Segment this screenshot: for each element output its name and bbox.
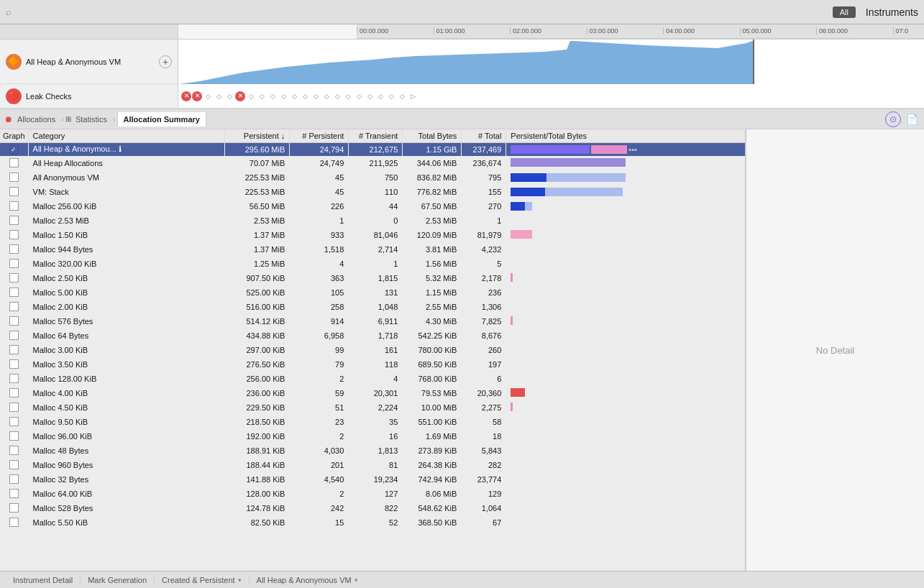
num-persistent-cell: 933 bbox=[290, 228, 349, 242]
graph-cell[interactable] bbox=[0, 242, 28, 257]
tab-icon-circle[interactable]: ⊙ bbox=[885, 111, 901, 127]
graph-cell[interactable] bbox=[0, 472, 28, 487]
graph-cell[interactable] bbox=[0, 156, 28, 170]
statistics-tab[interactable]: Statistics bbox=[71, 112, 111, 127]
graph-cell[interactable] bbox=[0, 386, 28, 400]
total-bytes-cell: 120.09 MiB bbox=[403, 228, 462, 242]
category-cell: Malloc 48 Bytes bbox=[28, 444, 225, 458]
bar-cell bbox=[506, 487, 745, 501]
all-button[interactable]: All bbox=[833, 6, 856, 18]
table-row[interactable]: All Heap Allocations70.07 MiB24,749211,9… bbox=[0, 156, 745, 170]
heap-chart-area[interactable] bbox=[178, 40, 924, 84]
graph-cell[interactable] bbox=[0, 185, 28, 199]
graph-cell[interactable] bbox=[0, 444, 28, 458]
graph-cell[interactable] bbox=[0, 257, 28, 271]
table-row[interactable]: Malloc 64.00 KiB128.00 KiB21278.06 MiB12… bbox=[0, 487, 745, 501]
col-bar-header[interactable]: Persistent/Total Bytes bbox=[506, 129, 745, 143]
table-row[interactable]: Malloc 3.00 KiB297.00 KiB99161780.00 KiB… bbox=[0, 343, 745, 357]
table-row[interactable]: Malloc 48 Bytes188.91 KiB4,0301,813273.8… bbox=[0, 444, 745, 458]
table-row[interactable]: Malloc 944 Bytes1.37 MiB1,5182,7143.81 M… bbox=[0, 242, 745, 257]
persistent-cell: 225.53 MiB bbox=[225, 185, 290, 199]
table-row[interactable]: Malloc 256.00 KiB56.50 MiB2264467.50 MiB… bbox=[0, 199, 745, 213]
no-detail-label: No Detail bbox=[816, 345, 854, 356]
col-transient-header[interactable]: # Transient bbox=[349, 129, 403, 143]
graph-cell[interactable] bbox=[0, 372, 28, 386]
leak-track-label: 🔴 Leak Checks bbox=[0, 84, 178, 108]
data-table[interactable]: Graph Category Persistent ↓ # Persistent… bbox=[0, 129, 745, 571]
graph-cell[interactable] bbox=[0, 458, 28, 472]
total-cell: 1 bbox=[462, 213, 506, 228]
graph-cell[interactable] bbox=[0, 400, 28, 415]
num-persistent-cell: 2 bbox=[290, 372, 349, 386]
timeline-ruler: 00:00.000 01:00.000 02:00.000 03:00.000 … bbox=[357, 24, 924, 39]
table-row[interactable]: Malloc 576 Bytes514.12 KiB9146,9114.30 M… bbox=[0, 314, 745, 329]
table-row[interactable]: Malloc 528 Bytes124.78 KiB242822548.62 K… bbox=[0, 501, 745, 515]
status-instrument-detail[interactable]: Instrument Detail bbox=[6, 576, 81, 584]
graph-cell[interactable] bbox=[0, 357, 28, 372]
graph-cell[interactable] bbox=[0, 515, 28, 530]
add-track-button[interactable]: + bbox=[159, 55, 172, 68]
col-persistent-header[interactable]: Persistent ↓ bbox=[225, 129, 290, 143]
graph-cell[interactable] bbox=[0, 314, 28, 329]
table-row[interactable]: Malloc 2.50 KiB907.50 KiB3631,8155.32 Mi… bbox=[0, 271, 745, 285]
table-row[interactable]: Malloc 2.00 KiB516.00 KiB2581,0482.55 Mi… bbox=[0, 300, 745, 314]
num-persistent-cell: 23 bbox=[290, 415, 349, 429]
col-num-persistent-header[interactable]: # Persistent bbox=[290, 129, 349, 143]
graph-cell[interactable] bbox=[0, 285, 28, 300]
total-bytes-cell: 2.53 MiB bbox=[403, 213, 462, 228]
table-row[interactable]: Malloc 9.50 KiB218.50 KiB2335551.00 KiB5… bbox=[0, 415, 745, 429]
transient-cell: 127 bbox=[349, 487, 403, 501]
bar-cell bbox=[506, 285, 745, 300]
table-row[interactable]: Malloc 64 Bytes434.88 KiB6,9581,718542.2… bbox=[0, 329, 745, 343]
timeline-area: 00:00.000 01:00.000 02:00.000 03:00.000 … bbox=[0, 24, 924, 109]
graph-cell[interactable] bbox=[0, 329, 28, 343]
category-cell: All Anonymous VM bbox=[28, 170, 225, 185]
table-row[interactable]: VM: Stack225.53 MiB45110776.82 MiB155 bbox=[0, 185, 745, 199]
graph-cell[interactable] bbox=[0, 271, 28, 285]
status-mark-generation[interactable]: Mark Generation bbox=[81, 576, 155, 584]
table-row[interactable]: Malloc 3.50 KiB276.50 KiB79118689.50 KiB… bbox=[0, 357, 745, 372]
total-cell: 4,232 bbox=[462, 242, 506, 257]
table-row[interactable]: Malloc 4.00 KiB236.00 KiB5920,30179.53 M… bbox=[0, 386, 745, 400]
table-row[interactable]: Malloc 5.00 KiB525.00 KiB1051311.15 MiB2… bbox=[0, 285, 745, 300]
graph-cell[interactable] bbox=[0, 487, 28, 501]
graph-cell[interactable] bbox=[0, 228, 28, 242]
graph-cell[interactable] bbox=[0, 170, 28, 185]
graph-cell[interactable] bbox=[0, 415, 28, 429]
persistent-cell: 525.00 KiB bbox=[225, 285, 290, 300]
leak-arrow-3: ◇ bbox=[224, 91, 234, 101]
allocations-tab[interactable]: Allocations bbox=[13, 112, 60, 127]
table-row[interactable]: ✓All Heap & Anonymou... ℹ295.60 MiB24,79… bbox=[0, 143, 745, 157]
bar-cell bbox=[506, 429, 745, 444]
graph-cell[interactable]: ✓ bbox=[0, 143, 28, 157]
graph-cell[interactable] bbox=[0, 199, 28, 213]
allocation-summary-tab[interactable]: Allocation Summary bbox=[117, 112, 206, 127]
graph-cell[interactable] bbox=[0, 343, 28, 357]
table-row[interactable]: Malloc 128.00 KiB256.00 KiB24768.00 KiB6 bbox=[0, 372, 745, 386]
col-graph-header[interactable]: Graph bbox=[0, 129, 28, 143]
col-total-bytes-header[interactable]: Total Bytes bbox=[403, 129, 462, 143]
graph-cell[interactable] bbox=[0, 300, 28, 314]
tab-icon-doc[interactable]: 📄 bbox=[904, 111, 920, 127]
track-filter-input[interactable] bbox=[16, 8, 828, 17]
table-row[interactable]: Malloc 960 Bytes188.44 KiB20181264.38 Ki… bbox=[0, 458, 745, 472]
total-bytes-cell: 368.50 KiB bbox=[403, 515, 462, 530]
table-row[interactable]: Malloc 4.50 KiB229.50 KiB512,22410.00 Mi… bbox=[0, 400, 745, 415]
leak-arrow-14: ◇ bbox=[354, 91, 364, 101]
persistent-cell: 256.00 KiB bbox=[225, 372, 290, 386]
graph-cell[interactable] bbox=[0, 429, 28, 444]
col-total-header[interactable]: # Total bbox=[462, 129, 506, 143]
graph-cell[interactable] bbox=[0, 213, 28, 228]
table-row[interactable]: Malloc 2.53 MiB2.53 MiB102.53 MiB1 bbox=[0, 213, 745, 228]
table-row[interactable]: Malloc 96.00 KiB192.00 KiB2161.69 MiB18 bbox=[0, 429, 745, 444]
status-heap-anon[interactable]: All Heap & Anonymous VM ▾ bbox=[250, 576, 365, 584]
status-created-persistent[interactable]: Created & Persistent ▾ bbox=[155, 576, 250, 584]
num-persistent-cell: 258 bbox=[290, 300, 349, 314]
table-row[interactable]: Malloc 320.00 KiB1.25 MiB411.56 MiB5 bbox=[0, 257, 745, 271]
table-row[interactable]: Malloc 1.50 KiB1.37 MiB93381,046120.09 M… bbox=[0, 228, 745, 242]
table-row[interactable]: Malloc 32 Bytes141.88 KiB4,54019,234742.… bbox=[0, 472, 745, 487]
col-category-header[interactable]: Category bbox=[28, 129, 225, 143]
table-row[interactable]: All Anonymous VM225.53 MiB45750836.82 Mi… bbox=[0, 170, 745, 185]
table-row[interactable]: Malloc 5.50 KiB82.50 KiB1552368.50 KiB67 bbox=[0, 515, 745, 530]
graph-cell[interactable] bbox=[0, 501, 28, 515]
